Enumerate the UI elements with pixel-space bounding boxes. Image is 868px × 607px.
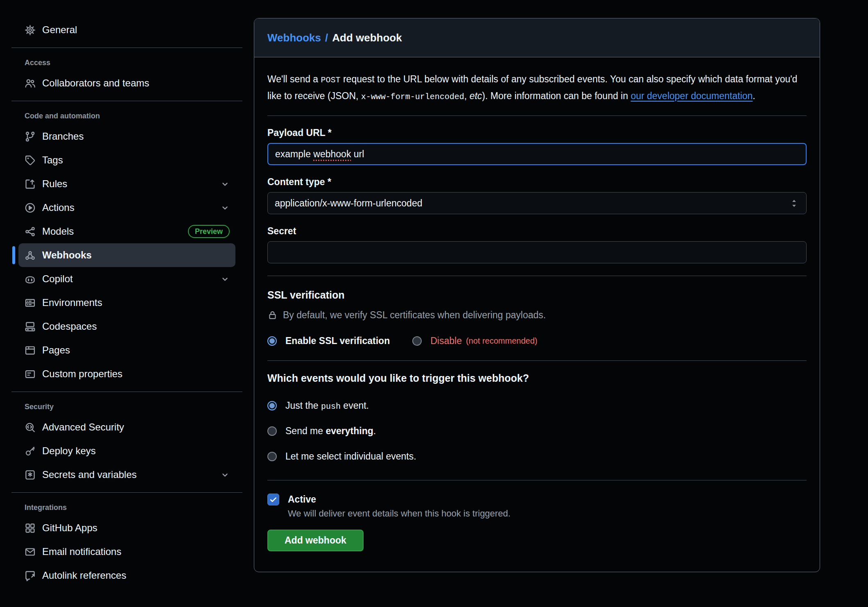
codespaces-icon	[25, 321, 36, 332]
sidebar-section-integrations: Integrations	[25, 503, 254, 512]
sidebar-item-email-notifications[interactable]: Email notifications	[18, 540, 235, 564]
sidebar-item-label: Secrets and variables	[42, 469, 137, 480]
everything-radio[interactable]	[267, 426, 277, 436]
ssl-description: By default, we verify SSL certificates w…	[283, 310, 546, 321]
sidebar-item-autolink-references[interactable]: Autolink references	[18, 564, 235, 587]
sidebar-item-label: GitHub Apps	[42, 522, 97, 534]
sidebar-item-environments[interactable]: Environments	[18, 291, 235, 315]
sidebar-item-label: Tags	[42, 154, 63, 166]
sidebar-item-custom-properties[interactable]: Custom properties	[18, 362, 235, 386]
sidebar-item-actions[interactable]: Actions	[18, 196, 235, 220]
secret-input[interactable]	[267, 241, 807, 263]
misspelled-word: webhook	[313, 149, 351, 160]
just-push-radio[interactable]	[267, 401, 277, 410]
sidebar-item-rules[interactable]: Rules	[18, 172, 235, 196]
sidebar-item-pages[interactable]: Pages	[18, 338, 235, 362]
sidebar-item-copilot[interactable]: Copilot	[18, 267, 235, 291]
key-icon	[25, 446, 36, 457]
gear-icon	[25, 25, 36, 36]
form-divider	[267, 276, 807, 276]
active-description: We will deliver event details when this …	[288, 508, 807, 519]
etc-italic: etc	[470, 91, 482, 101]
people-icon	[25, 78, 36, 89]
sidebar-item-label: Copilot	[42, 273, 73, 285]
sidebar-divider	[11, 101, 242, 101]
developer-docs-link[interactable]: our developer documentation	[631, 91, 753, 101]
event-option-just-push[interactable]: Just the push event.	[267, 400, 807, 411]
event-option-label: Just the push event.	[285, 400, 369, 411]
sidebar-item-github-apps[interactable]: GitHub Apps	[18, 516, 235, 540]
breadcrumb-webhooks-link[interactable]: Webhooks	[267, 32, 321, 44]
settings-sidebar: General Access Collaborators and teams C…	[0, 0, 254, 607]
sidebar-item-deploy-keys[interactable]: Deploy keys	[18, 439, 235, 463]
form-divider	[267, 360, 807, 361]
settings-content: Webhooks / Add webhook We'll send a POST…	[254, 0, 868, 607]
sidebar-item-tags[interactable]: Tags	[18, 148, 235, 172]
event-option-label: Send me everything.	[285, 426, 376, 437]
post-code: POST	[321, 75, 341, 85]
payload-url-input[interactable]: example webhook url	[267, 143, 807, 165]
select-arrows-icon	[789, 198, 799, 208]
add-webhook-form: We'll send a POST request to the URL bel…	[254, 57, 820, 572]
sidebar-divider	[11, 392, 242, 392]
disable-ssl-radio[interactable]	[412, 336, 422, 346]
sidebar-item-branches[interactable]: Branches	[18, 125, 235, 148]
content-type-select[interactable]: application/x-www-form-urlencoded	[267, 192, 807, 214]
intro-segment: .	[753, 91, 755, 101]
push-code: push	[321, 402, 341, 411]
sidebar-item-label: Codespaces	[42, 321, 97, 332]
enable-ssl-radio[interactable]	[267, 336, 277, 346]
sidebar-item-label: Pages	[42, 344, 70, 356]
sidebar-item-collaborators-and-teams[interactable]: Collaborators and teams	[18, 71, 235, 95]
sidebar-item-label: Custom properties	[42, 368, 122, 380]
rules-icon	[25, 179, 36, 190]
sidebar-item-general[interactable]: General	[18, 18, 235, 42]
browser-icon	[25, 345, 36, 356]
sidebar-item-label: Advanced Security	[42, 421, 124, 433]
sidebar-item-label: General	[42, 24, 77, 36]
card-header: Webhooks / Add webhook	[254, 18, 820, 57]
disable-ssl-note: (not recommended)	[466, 336, 538, 346]
active-label: Active	[288, 494, 316, 505]
content-type-label: Content type *	[267, 176, 807, 188]
sidebar-section-security: Security	[25, 403, 254, 411]
sidebar-divider	[11, 48, 242, 48]
cross-reference-icon	[25, 570, 36, 581]
sidebar-item-webhooks[interactable]: Webhooks	[18, 243, 235, 267]
intro-segment: We'll send a	[267, 74, 321, 84]
active-row: Active	[267, 494, 807, 505]
models-icon	[25, 226, 36, 237]
code-scan-icon	[25, 422, 36, 433]
payload-value-segment: example	[275, 149, 313, 160]
ssl-verification-heading: SSL verification	[267, 288, 807, 301]
event-option-individual[interactable]: Let me select individual events.	[267, 451, 807, 462]
chevron-down-icon	[220, 203, 230, 213]
content-type-value: application/x-www-form-urlencoded	[275, 198, 422, 209]
intro-segment: ,	[464, 91, 470, 101]
content-type-label-text: Content type	[267, 177, 325, 187]
sidebar-item-secrets-and-variables[interactable]: Secrets and variables	[18, 463, 235, 487]
required-asterisk: *	[328, 127, 332, 138]
option-segment: .	[373, 426, 376, 436]
everything-bold: everything	[326, 426, 373, 436]
event-option-everything[interactable]: Send me everything.	[267, 426, 807, 437]
individual-events-radio[interactable]	[267, 452, 277, 461]
copilot-icon	[25, 274, 36, 285]
sidebar-item-codespaces[interactable]: Codespaces	[18, 315, 235, 338]
webhook-icon	[25, 250, 36, 261]
sidebar-item-advanced-security[interactable]: Advanced Security	[18, 415, 235, 439]
play-circle-icon	[25, 202, 36, 213]
intro-text: We'll send a POST request to the URL bel…	[267, 71, 802, 105]
sidebar-item-label: Branches	[42, 131, 84, 142]
sidebar-item-models[interactable]: Models Preview	[18, 220, 235, 243]
intro-segment: ). More information can be found in	[482, 91, 631, 101]
active-checkbox[interactable]	[267, 494, 279, 505]
sidebar-item-label: Rules	[42, 178, 67, 190]
selected-indicator	[12, 246, 15, 264]
option-segment: Send me	[285, 426, 326, 436]
add-webhook-button[interactable]: Add webhook	[267, 530, 364, 551]
event-option-label: Let me select individual events.	[285, 451, 416, 462]
sidebar-item-label: Models	[42, 226, 74, 237]
option-segment: Just the	[285, 400, 321, 411]
apps-grid-icon	[25, 523, 36, 534]
